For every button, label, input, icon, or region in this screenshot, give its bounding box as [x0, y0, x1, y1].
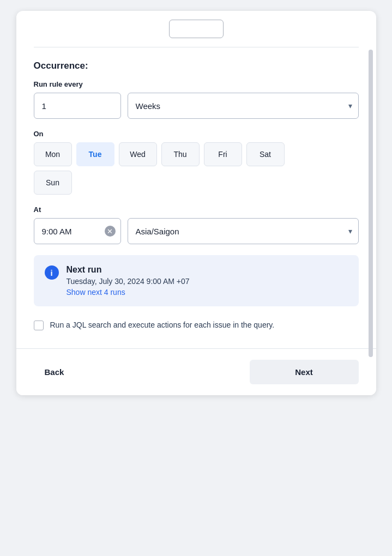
checkbox-row: Run a JQL search and execute actions for… — [34, 319, 359, 331]
scrollbar — [369, 50, 373, 357]
occurrence-title: Occurrence: — [34, 61, 359, 71]
time-input-wrapper: ✕ — [34, 218, 121, 244]
timezone-select[interactable]: Asia/Saigon UTC America/New_York Europe/… — [128, 218, 359, 244]
clear-time-button[interactable]: ✕ — [105, 226, 116, 237]
run-rule-row: Weeks Days Months Years ▾ — [34, 93, 359, 119]
page-background: Occurrence: Run rule every Weeks Days Mo… — [0, 0, 392, 556]
at-section: At ✕ Asia/Saigon UTC America/New_York Eu… — [34, 206, 359, 244]
top-button[interactable] — [169, 20, 224, 38]
next-run-date: Tuesday, July 30, 2024 9:00 AM +07 — [67, 277, 190, 286]
day-sun[interactable]: Sun — [34, 171, 72, 195]
modal-footer: Back Next — [16, 348, 376, 395]
frequency-select-wrapper: Weeks Days Months Years ▾ — [128, 93, 359, 119]
days-row-2: Sun — [34, 171, 359, 195]
modal-body: Occurrence: Run rule every Weeks Days Mo… — [16, 47, 376, 331]
jql-checkbox-label: Run a JQL search and execute actions for… — [50, 319, 275, 331]
run-rule-number-input[interactable] — [34, 93, 121, 119]
next-run-title: Next run — [67, 265, 190, 275]
day-mon[interactable]: Mon — [34, 142, 72, 166]
day-fri[interactable]: Fri — [204, 142, 242, 166]
next-run-card: i Next run Tuesday, July 30, 2024 9:00 A… — [34, 255, 359, 306]
days-row: Mon Tue Wed Thu Fri Sat — [34, 142, 359, 166]
frequency-select[interactable]: Weeks Days Months Years — [128, 93, 359, 119]
next-button[interactable]: Next — [250, 360, 359, 384]
next-run-content: Next run Tuesday, July 30, 2024 9:00 AM … — [67, 265, 190, 297]
modal-dialog: Occurrence: Run rule every Weeks Days Mo… — [16, 11, 376, 395]
day-wed[interactable]: Wed — [119, 142, 157, 166]
on-label: On — [34, 130, 359, 138]
day-sat[interactable]: Sat — [246, 142, 285, 166]
jql-checkbox[interactable] — [34, 321, 44, 330]
info-icon: i — [45, 265, 59, 280]
at-row: ✕ Asia/Saigon UTC America/New_York Europ… — [34, 218, 359, 244]
show-next-runs-link[interactable]: Show next 4 runs — [67, 288, 190, 297]
day-thu[interactable]: Thu — [161, 142, 200, 166]
timezone-select-wrapper: Asia/Saigon UTC America/New_York Europe/… — [128, 218, 359, 244]
modal-top — [16, 11, 376, 38]
run-rule-label: Run rule every — [34, 80, 359, 88]
on-section: On Mon Tue Wed Thu Fri Sat Sun — [34, 130, 359, 195]
back-button[interactable]: Back — [34, 362, 75, 382]
at-label: At — [34, 206, 359, 214]
day-tue[interactable]: Tue — [76, 142, 114, 166]
